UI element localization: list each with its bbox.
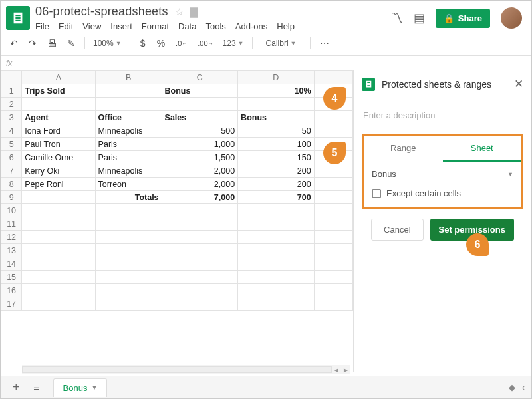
title-bar: 06-protect-spreadsheets ☆ ▇ File Edit Vi…	[1, 1, 531, 31]
menu-view[interactable]: View	[82, 21, 101, 31]
trend-icon[interactable]: 〽	[391, 11, 403, 25]
callout-5: 5	[323, 142, 346, 164]
toolbar: ↶ ↷ 🖶 ✎ 100%▼ $ % .0← .00→ 123▼ Calibri▼…	[1, 31, 531, 56]
selected-sheet-label: Bonus	[372, 169, 396, 179]
sheets-logo-icon[interactable]	[6, 6, 30, 30]
protected-ranges-sidebar: Protected sheets & ranges ✕ Range Sheet …	[353, 70, 531, 372]
range-sheet-box: Range Sheet Bonus ▼ Except certain cells	[362, 134, 523, 209]
sheet-select[interactable]: Bonus ▼	[364, 161, 521, 183]
print-icon[interactable]: 🖶	[43, 35, 61, 51]
tab-sheet[interactable]: Sheet	[443, 136, 522, 162]
menu-bar: File Edit View Insert Format Data Tools …	[35, 19, 391, 31]
more-icon[interactable]: ⋯	[316, 35, 333, 51]
all-sheets-icon[interactable]: ≡	[29, 379, 44, 396]
sheet-tab-label: Bonus	[63, 383, 88, 393]
callout-4: 4	[323, 87, 346, 110]
document-title[interactable]: 06-protect-spreadsheets	[35, 5, 168, 19]
except-label: Except certain cells	[386, 188, 461, 198]
sheet-tab-bar: + ≡ Bonus ▼ ◆ ‹	[1, 376, 531, 398]
fx-label: fx	[6, 59, 12, 68]
share-label: Share	[458, 13, 482, 23]
zoom-select[interactable]: 100%▼	[90, 37, 124, 49]
formula-bar[interactable]: fx	[1, 56, 531, 70]
add-sheet-icon[interactable]: +	[9, 378, 24, 397]
increase-decimal[interactable]: .00→	[194, 37, 217, 50]
share-button[interactable]: 🔒 Share	[436, 9, 490, 28]
sidebar-title: Protected sheets & ranges	[382, 79, 507, 90]
menu-insert[interactable]: Insert	[110, 21, 132, 31]
menu-tools[interactable]: Tools	[205, 21, 225, 31]
callout-6: 6	[466, 233, 489, 256]
chevron-down-icon: ▼	[507, 171, 513, 178]
spreadsheet-grid[interactable]: ABCD1 Trips Sold Bonus 10% 2 3 Agent Off…	[1, 70, 353, 372]
chevron-down-icon: ▼	[91, 384, 97, 391]
description-input[interactable]	[362, 106, 523, 126]
comments-icon[interactable]: ▤	[414, 11, 425, 25]
avatar[interactable]	[501, 7, 522, 29]
menu-edit[interactable]: Edit	[59, 21, 73, 31]
decrease-decimal[interactable]: .0←	[172, 37, 191, 50]
explore-icon[interactable]: ◆	[509, 382, 515, 392]
paint-format-icon[interactable]: ✎	[63, 35, 79, 51]
font-select[interactable]: Calibri▼	[258, 37, 305, 49]
format-currency[interactable]: $	[136, 35, 150, 51]
lock-icon: 🔒	[444, 13, 454, 23]
undo-icon[interactable]: ↶	[6, 35, 22, 51]
menu-addons[interactable]: Add-ons	[235, 21, 267, 31]
menu-file[interactable]: File	[35, 21, 49, 31]
horizontal-scrollbar[interactable]: ◄►	[22, 365, 350, 374]
star-icon[interactable]: ☆	[175, 6, 184, 18]
menu-help[interactable]: Help	[277, 21, 295, 31]
folder-icon[interactable]: ▇	[190, 6, 198, 18]
except-cells-checkbox[interactable]	[372, 189, 381, 198]
format-percent[interactable]: %	[153, 35, 169, 51]
redo-icon[interactable]: ↷	[25, 35, 41, 51]
chevron-left-icon[interactable]: ‹	[522, 382, 525, 392]
tab-range[interactable]: Range	[364, 136, 443, 161]
cancel-button[interactable]: Cancel	[371, 219, 423, 241]
menu-data[interactable]: Data	[178, 21, 196, 31]
close-icon[interactable]: ✕	[514, 77, 523, 91]
number-format[interactable]: 123▼	[220, 37, 247, 49]
sheet-tab-bonus[interactable]: Bonus ▼	[53, 378, 108, 397]
menu-format[interactable]: Format	[142, 21, 169, 31]
sheets-mini-icon	[362, 78, 375, 91]
